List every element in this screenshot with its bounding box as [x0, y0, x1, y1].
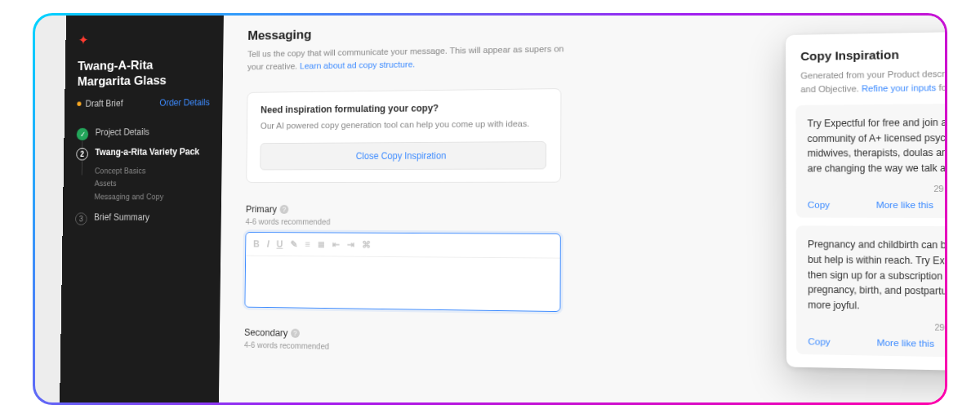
substep-assets[interactable]: Assets: [95, 177, 209, 190]
step-list: ✓ Project Details 2 Twang-a-Rita Variety…: [75, 125, 209, 225]
project-title: Twang-A-Rita Margarita Glass: [78, 56, 211, 90]
outdent-icon[interactable]: ⇤: [332, 239, 340, 250]
suggestion-card: Pregnancy and childbirth can be challeng…: [796, 226, 945, 359]
more-like-this-button[interactable]: More like this: [876, 338, 933, 349]
order-details-link[interactable]: Order Details: [159, 97, 210, 108]
suggestion-meta: 29 words / 182 chars: [808, 184, 945, 193]
copy-button[interactable]: Copy: [808, 200, 830, 210]
status-dot-icon: [77, 101, 81, 105]
inspiration-box: Need inspiration formulating your copy? …: [246, 88, 561, 183]
learn-link[interactable]: Learn about ad copy structure.: [300, 60, 415, 70]
copy-inspiration-popover: Copy Inspiration ✕ Generated from your P…: [786, 30, 945, 372]
main-panel: Messaging Tell us the copy that will com…: [218, 16, 945, 402]
step-variety-pack[interactable]: 2 Twang-a-Rita Variety Pack: [76, 145, 209, 160]
underline-button[interactable]: U: [277, 238, 283, 249]
inspiration-desc: Our AI powered copy generation tool can …: [261, 117, 546, 132]
more-like-this-button[interactable]: More like this: [876, 200, 933, 210]
section-subheading: Tell us the copy that will communicate y…: [247, 42, 577, 74]
step-brief-summary[interactable]: 3 Brief Summary: [75, 211, 208, 226]
sidebar: ✦ Twang-A-Rita Margarita Glass Draft Bri…: [59, 16, 224, 402]
close-inspiration-button[interactable]: Close Copy Inspiration: [260, 141, 546, 170]
primary-editor[interactable]: B I U ✎ ≡ ≣ ⇤ ⇥ ⌘: [244, 232, 560, 312]
inspiration-title: Need inspiration formulating your copy?: [261, 101, 546, 115]
refine-link[interactable]: Refine your inputs: [862, 82, 936, 93]
gradient-frame: ✦ Twang-A-Rita Margarita Glass Draft Bri…: [33, 13, 947, 405]
editor-toolbar: B I U ✎ ≡ ≣ ⇤ ⇥ ⌘: [246, 233, 560, 259]
list-ul-icon[interactable]: ≡: [305, 239, 310, 250]
popover-subtitle: Generated from your Product description,…: [786, 66, 945, 106]
substep-list: Concept Basics Assets Messaging and Copy: [94, 164, 209, 204]
substep-messaging[interactable]: Messaging and Copy: [94, 191, 208, 204]
suggestion-text: Pregnancy and childbirth can be challeng…: [808, 238, 945, 316]
bold-button[interactable]: B: [253, 238, 260, 249]
substep-concept[interactable]: Concept Basics: [95, 164, 209, 178]
check-icon: ✓: [77, 127, 89, 140]
list-ol-icon[interactable]: ≣: [317, 239, 324, 250]
help-icon[interactable]: ?: [291, 328, 300, 337]
copy-button[interactable]: Copy: [808, 337, 830, 347]
suggestion-text: Try Expectful for free and join a global…: [808, 114, 945, 176]
step-project-details[interactable]: ✓ Project Details: [77, 125, 210, 140]
clear-button[interactable]: ✎: [290, 238, 297, 249]
app-window: ✦ Twang-A-Rita Margarita Glass Draft Bri…: [35, 16, 945, 402]
logo-icon: ✦: [78, 29, 211, 48]
italic-button[interactable]: I: [267, 238, 270, 249]
indent-icon[interactable]: ⇥: [347, 239, 354, 250]
popover-title: Copy Inspiration: [800, 47, 899, 63]
step-number-icon: 3: [75, 212, 87, 225]
status-badge: Draft Brief: [77, 98, 122, 109]
suggestion-meta: 29 words / 182 chars: [808, 321, 945, 334]
link-icon[interactable]: ⌘: [362, 239, 371, 250]
help-icon[interactable]: ?: [280, 205, 289, 214]
step-number-icon: 2: [76, 148, 88, 160]
suggestion-card: Try Expectful for free and join a global…: [795, 103, 945, 219]
